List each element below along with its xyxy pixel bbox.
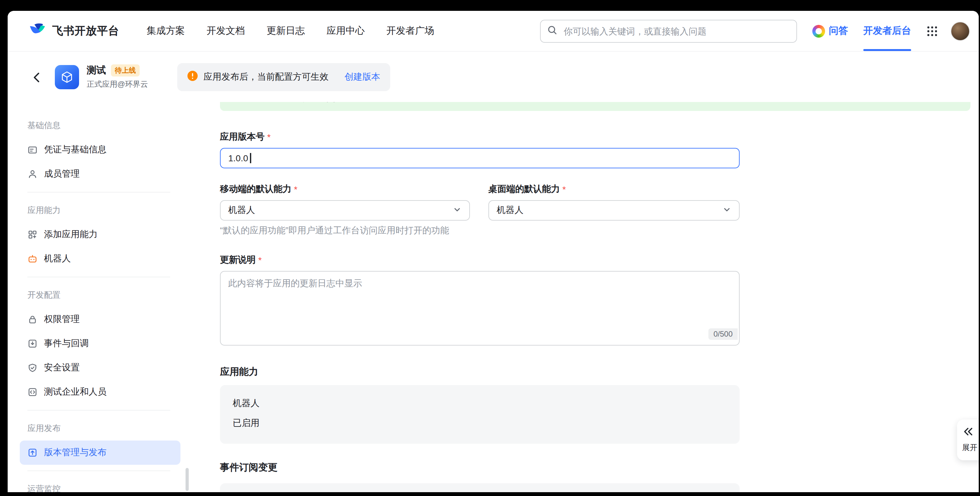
char-counter: 0/500	[708, 328, 738, 340]
capability-section-title: 应用能力	[220, 366, 979, 378]
version-label: 应用版本号*	[220, 131, 979, 143]
qa-rainbow-icon	[812, 25, 825, 37]
brand[interactable]: 飞书开放平台	[28, 21, 119, 40]
double-chevron-left-icon	[962, 426, 974, 439]
sidebar-section-dev-config: 开发配置	[8, 283, 188, 307]
success-check-icon	[230, 102, 240, 105]
desktop-capability-label: 桌面端的默认能力*	[488, 184, 740, 195]
viewport: 飞书开放平台 集成方案 开发文档 更新日志 应用中心 开发者广场 问答	[0, 0, 980, 496]
sidebar: 基础信息 凭证与基础信息 成员管理	[8, 102, 188, 492]
app-header-bar: 测试 待上线 正式应用@环界云 应用发布后，当前配置方可生效 创建版本	[8, 52, 979, 102]
status-badge: 待上线	[111, 64, 140, 76]
sidebar-divider	[27, 410, 170, 410]
required-asterisk: *	[562, 184, 566, 194]
required-asterisk: *	[267, 132, 270, 142]
sidebar-item-label: 版本管理与发布	[44, 447, 107, 458]
desktop-capability-select[interactable]: 机器人	[488, 200, 740, 221]
nav-item-app-center[interactable]: 应用中心	[316, 11, 375, 51]
capability-summary-box: 机器人 已启用	[220, 385, 740, 444]
sidebar-item-label: 机器人	[44, 253, 71, 265]
sidebar-item-add-capability[interactable]: 添加应用能力	[20, 223, 180, 247]
sidebar-item-bot[interactable]: 机器人	[20, 247, 180, 271]
global-search[interactable]	[540, 19, 797, 42]
publish-notice-bar: 应用发布后，当前配置方可生效 创建版本	[177, 63, 390, 91]
sidebar-item-label: 测试企业和人员	[44, 386, 107, 398]
nav-item-docs[interactable]: 开发文档	[196, 11, 256, 51]
mobile-capability-label: 移动端的默认能力*	[220, 184, 470, 195]
sidebar-item-credentials[interactable]: 凭证与基础信息	[20, 138, 180, 162]
text-caret	[250, 153, 251, 163]
content-panel: 本次发布免审核，提交发布后即可上线使用 应用版本号* 移动端的默认能力*	[188, 102, 979, 492]
apps-grid-icon[interactable]	[924, 23, 940, 39]
primary-nav: 集成方案 开发文档 更新日志 应用中心 开发者广场	[136, 11, 445, 51]
sidebar-divider	[27, 471, 170, 471]
main-area: 基础信息 凭证与基础信息 成员管理	[8, 102, 979, 492]
add-capability-icon	[27, 229, 38, 240]
expand-panel-toggle[interactable]: 展开	[957, 420, 979, 460]
event-callback-icon	[27, 339, 38, 349]
sidebar-item-permissions[interactable]: 权限管理	[20, 307, 180, 332]
mobile-capability-select[interactable]: 机器人	[220, 200, 470, 221]
capability-hint: “默认的应用功能”即用户通过工作台访问应用时打开的功能	[220, 225, 979, 237]
back-button[interactable]	[30, 71, 43, 84]
top-navbar: 飞书开放平台 集成方案 开发文档 更新日志 应用中心 开发者广场 问答	[8, 11, 979, 52]
search-input[interactable]	[562, 25, 790, 37]
app-meta: 测试 待上线 正式应用@环界云	[87, 64, 148, 90]
warning-icon	[188, 71, 198, 84]
capability-name: 机器人	[233, 396, 727, 410]
nav-item-integration[interactable]: 集成方案	[136, 11, 196, 51]
sidebar-item-members[interactable]: 成员管理	[20, 162, 180, 186]
changelog-textarea[interactable]	[221, 272, 739, 345]
robot-icon	[27, 254, 38, 264]
sidebar-item-label: 权限管理	[44, 314, 80, 325]
sidebar-item-label: 事件与回调	[44, 338, 89, 349]
browser-window: 飞书开放平台 集成方案 开发文档 更新日志 应用中心 开发者广场 问答	[8, 11, 979, 492]
search-icon	[547, 25, 557, 37]
expand-label: 展开	[962, 442, 977, 453]
qa-entry[interactable]: 问答	[812, 25, 848, 37]
sidebar-item-security[interactable]: 安全设置	[20, 356, 180, 380]
nav-item-changelog[interactable]: 更新日志	[256, 11, 316, 51]
shield-icon	[27, 363, 38, 373]
user-avatar[interactable]	[951, 21, 970, 40]
changelog-label: 更新说明*	[220, 254, 979, 266]
sidebar-item-label: 成员管理	[44, 168, 80, 180]
event-section-title: 事件订阅变更	[220, 461, 979, 474]
changelog-field-wrap: 0/500	[220, 271, 740, 345]
sidebar-item-version-release[interactable]: 版本管理与发布	[20, 440, 180, 465]
feishu-logo-icon	[28, 21, 47, 40]
sidebar-divider	[27, 277, 170, 277]
chevron-down-icon	[722, 205, 731, 216]
sidebar-item-events[interactable]: 事件与回调	[20, 332, 180, 356]
create-version-link[interactable]: 创建版本	[344, 72, 380, 83]
sidebar-item-test-org[interactable]: 测试企业和人员	[20, 380, 180, 404]
app-name: 测试	[87, 64, 106, 76]
brand-title: 飞书开放平台	[52, 24, 119, 38]
required-asterisk: *	[258, 255, 262, 265]
app-subtitle: 正式应用@环界云	[87, 79, 148, 90]
chevron-down-icon	[453, 205, 461, 216]
tab-developer-console[interactable]: 开发者后台	[863, 11, 911, 51]
default-capability-row: 移动端的默认能力* 机器人 桌	[220, 184, 740, 221]
sidebar-section-basic-info: 基础信息	[8, 113, 188, 138]
members-icon	[27, 169, 38, 179]
version-input[interactable]	[220, 148, 740, 168]
version-field-wrap	[220, 148, 740, 168]
app-cube-icon	[55, 65, 79, 89]
publish-up-icon	[27, 448, 38, 458]
sidebar-divider	[27, 192, 170, 192]
sidebar-item-label: 安全设置	[44, 362, 80, 374]
sidebar-item-label: 凭证与基础信息	[44, 144, 107, 156]
required-asterisk: *	[294, 184, 298, 194]
event-summary-box	[220, 483, 740, 492]
success-banner: 本次发布免审核，提交发布后即可上线使用	[220, 102, 970, 111]
sidebar-section-release: 应用发布	[8, 416, 188, 440]
success-banner-text: 本次发布免审核，提交发布后即可上线使用	[246, 102, 416, 104]
capability-status: 已启用	[233, 416, 727, 430]
lock-icon	[27, 314, 38, 324]
nav-item-dev-plaza[interactable]: 开发者广场	[375, 11, 445, 51]
credential-icon	[27, 145, 38, 155]
notice-text: 应用发布后，当前配置方可生效	[204, 72, 328, 83]
code-brackets-icon	[27, 387, 38, 397]
sidebar-item-label: 添加应用能力	[44, 229, 97, 240]
